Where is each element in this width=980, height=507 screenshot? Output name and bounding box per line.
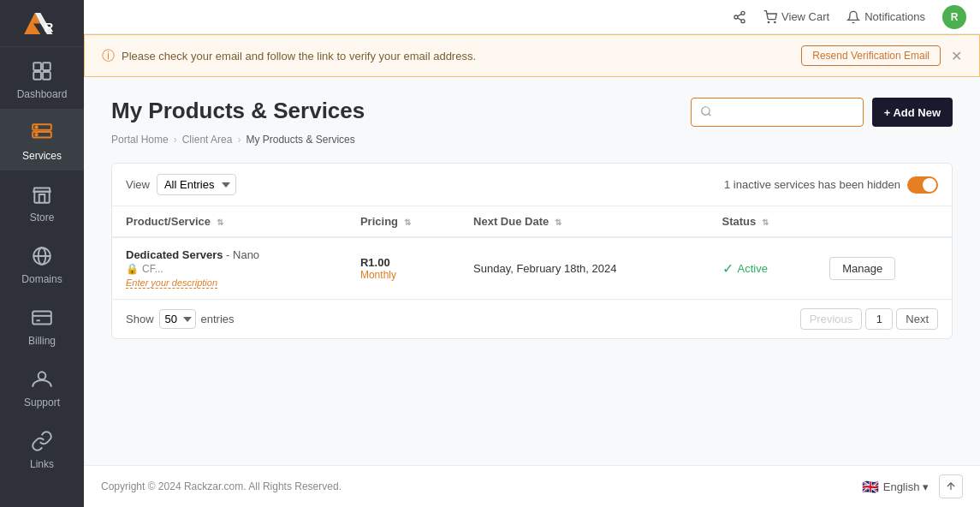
service-name: Dedicated Servers - Nano <box>126 248 333 261</box>
status-sort-icon[interactable]: ⇅ <box>762 218 769 227</box>
sidebar-item-domains[interactable]: Domains <box>0 232 84 294</box>
sidebar-logo[interactable]: R <box>0 0 84 47</box>
store-icon <box>30 182 54 206</box>
svg-rect-15 <box>33 311 51 324</box>
header-actions: + Add New <box>691 98 953 127</box>
svg-point-21 <box>741 19 745 22</box>
col-status: Status ⇅ <box>709 206 817 237</box>
breadcrumb-client-area[interactable]: Client Area <box>182 134 233 146</box>
status-dot-icon: ✓ <box>722 260 734 277</box>
sidebar-store-label: Store <box>30 212 55 224</box>
sidebar-item-services[interactable]: Services <box>0 109 84 170</box>
notification-bar: ⓘ Please check your email and follow the… <box>84 34 980 77</box>
col-actions <box>816 206 952 237</box>
inactive-toggle[interactable] <box>907 176 938 194</box>
toggle-switch[interactable] <box>907 176 938 194</box>
support-icon <box>30 367 54 391</box>
notifications-label: Notifications <box>864 10 925 23</box>
svg-point-26 <box>701 106 709 114</box>
sidebar-item-support[interactable]: Support <box>0 355 84 417</box>
ip-address: CF... <box>142 263 163 275</box>
col-product-service: Product/Service ⇅ <box>112 206 347 237</box>
next-due-date: Sunday, February 18th, 2024 <box>473 262 616 275</box>
svg-line-23 <box>738 14 742 16</box>
status-active: ✓ Active <box>722 260 803 277</box>
view-entries-select[interactable]: All Entries <box>157 174 236 195</box>
product-sort-icon[interactable]: ⇅ <box>217 218 223 227</box>
breadcrumb-portal-home[interactable]: Portal Home <box>111 134 169 146</box>
table-toolbar-left: View All Entries <box>126 174 236 195</box>
notification-actions: Resend Verification Email ✕ <box>801 45 962 66</box>
svg-point-10 <box>35 134 38 136</box>
cart-button[interactable]: View Cart <box>763 10 829 24</box>
manage-button[interactable]: Manage <box>829 257 895 280</box>
svg-point-20 <box>734 15 738 19</box>
notification-message: ⓘ Please check your email and follow the… <box>102 48 476 64</box>
table-toolbar: View All Entries 1 inactive services has… <box>112 164 952 206</box>
sidebar-services-label: Services <box>22 150 62 162</box>
previous-button[interactable]: Previous <box>800 308 863 330</box>
svg-line-22 <box>738 18 742 21</box>
service-description[interactable]: Enter your description <box>126 277 217 289</box>
ip-row: 🔒 CF... <box>126 263 333 275</box>
pagination: Previous 1 Next <box>800 308 938 330</box>
table-footer: Show 50 entries Previous 1 Next <box>112 299 952 338</box>
page-title: My Products & Services <box>111 98 365 124</box>
next-button[interactable]: Next <box>896 308 938 330</box>
sidebar-links-label: Links <box>30 458 54 470</box>
language-label: English ▾ <box>883 480 929 493</box>
svg-rect-4 <box>43 63 50 70</box>
sidebar-domains-label: Domains <box>21 273 62 285</box>
due-sort-icon[interactable]: ⇅ <box>555 218 561 227</box>
topbar: View Cart Notifications R <box>84 0 980 34</box>
pricing-cell: R1.00 Monthly <box>347 237 460 299</box>
svg-point-18 <box>39 372 46 379</box>
view-label: View <box>126 178 150 191</box>
actions-cell: Manage <box>816 237 952 299</box>
content-area: My Products & Services + Add New Portal … <box>84 77 980 465</box>
svg-rect-6 <box>43 72 50 80</box>
footer: Copyright © 2024 Rackzar.com. All Rights… <box>84 465 980 507</box>
copyright-text: Copyright © 2024 Rackzar.com. All Rights… <box>101 480 342 492</box>
price-frequency: Monthly <box>360 269 446 281</box>
sidebar-item-dashboard[interactable]: Dashboard <box>0 47 84 109</box>
warning-icon: ⓘ <box>102 48 115 64</box>
col-next-due-date: Next Due Date ⇅ <box>460 206 708 237</box>
pricing-sort-icon[interactable]: ⇅ <box>404 218 411 227</box>
inactive-notice: 1 inactive services has been hidden <box>724 178 900 191</box>
sidebar-item-store[interactable]: Store <box>0 170 84 232</box>
add-new-button[interactable]: + Add New <box>872 98 953 127</box>
table-card: View All Entries 1 inactive services has… <box>111 163 953 339</box>
svg-point-24 <box>768 21 769 22</box>
sidebar-item-billing[interactable]: Billing <box>0 294 84 355</box>
domains-icon <box>30 244 54 268</box>
status-cell: ✓ Active <box>709 237 817 299</box>
sidebar-billing-label: Billing <box>28 335 56 347</box>
language-selector[interactable]: 🇬🇧 English ▾ <box>862 479 929 495</box>
show-text: Show <box>126 313 154 325</box>
search-icon <box>700 105 712 120</box>
billing-icon <box>30 306 54 330</box>
services-icon <box>30 121 54 145</box>
share-button[interactable] <box>733 10 746 24</box>
service-plan: - Nano <box>226 248 259 261</box>
footer-right: 🇬🇧 English ▾ <box>862 474 963 498</box>
search-box <box>691 98 864 127</box>
close-notification-button[interactable]: ✕ <box>951 48 962 64</box>
sidebar-item-links[interactable]: Links <box>0 417 84 479</box>
table-row: Dedicated Servers - Nano 🔒 CF... Enter y… <box>112 237 952 299</box>
services-table: Product/Service ⇅ Pricing ⇅ Next Due Dat… <box>112 206 952 299</box>
main-content: View Cart Notifications R ⓘ Please check… <box>84 0 980 507</box>
search-input[interactable] <box>717 106 854 119</box>
col-pricing: Pricing ⇅ <box>347 206 460 237</box>
table-toolbar-right: 1 inactive services has been hidden <box>724 176 938 194</box>
show-count-select[interactable]: 50 <box>159 309 196 329</box>
svg-point-19 <box>741 11 745 15</box>
notifications-button[interactable]: Notifications <box>846 10 925 24</box>
page-header: My Products & Services + Add New <box>111 98 953 127</box>
scroll-to-top-button[interactable] <box>939 474 963 498</box>
page-number: 1 <box>865 308 893 330</box>
svg-text:R: R <box>45 20 54 34</box>
user-avatar[interactable]: R <box>942 5 966 29</box>
resend-verification-button[interactable]: Resend Verification Email <box>801 45 941 66</box>
